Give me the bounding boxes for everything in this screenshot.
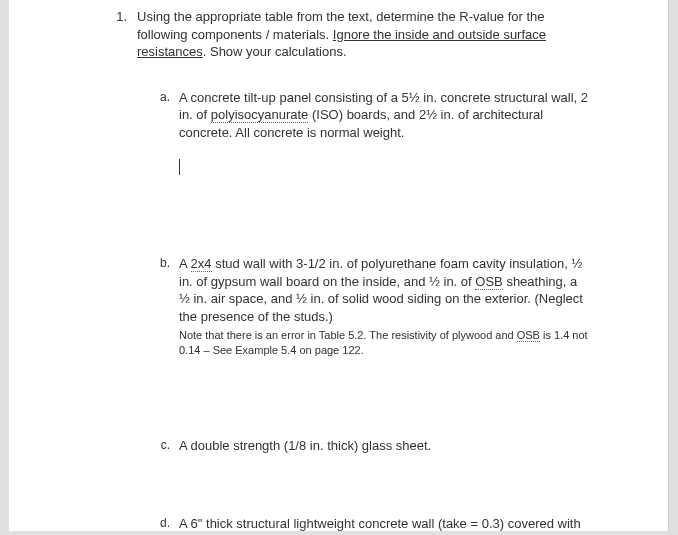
- question-block: 1. Using the appropriate table from the …: [109, 8, 588, 535]
- item-b-note1: Note that there is an error in Table 5.2…: [179, 329, 517, 341]
- item-b-term2: OSB: [475, 274, 502, 290]
- sub-item-b: b. A 2x4 stud wall with 3-1/2 in. of pol…: [157, 255, 588, 357]
- sub-item-d: d. A 6" thick structural lightweight con…: [157, 515, 588, 535]
- sub-label-b: b.: [157, 255, 179, 357]
- question-number: 1.: [109, 8, 137, 535]
- text-cursor-icon: [179, 159, 180, 175]
- item-b-term1: 2x4: [191, 256, 212, 272]
- question-body: Using the appropriate table from the tex…: [137, 8, 588, 535]
- question-intro-tail: . Show your calculations.: [203, 44, 347, 59]
- sub-label-a: a.: [157, 89, 179, 176]
- item-b-note: Note that there is an error in Table 5.2…: [179, 328, 588, 357]
- sub-label-c: c.: [157, 437, 179, 455]
- sub-content-a: A concrete tilt-up panel consisting of a…: [179, 89, 588, 176]
- item-b-part1: A: [179, 256, 191, 271]
- sub-items: a. A concrete tilt-up panel consisting o…: [137, 89, 588, 535]
- document-page: 1. Using the appropriate table from the …: [9, 0, 669, 531]
- sub-label-d: d.: [157, 515, 179, 535]
- item-d-part1: A 6" thick structural lightweight concre…: [179, 516, 470, 531]
- sub-content-c: A double strength (1/8 in. thick) glass …: [179, 437, 588, 455]
- sub-content-b: A 2x4 stud wall with 3-1/2 in. of polyur…: [179, 255, 588, 357]
- sub-item-c: c. A double strength (1/8 in. thick) gla…: [157, 437, 588, 455]
- sub-content-d: A 6" thick structural lightweight concre…: [179, 515, 588, 535]
- sub-item-a: a. A concrete tilt-up panel consisting o…: [157, 89, 588, 176]
- item-b-note-term: OSB: [517, 329, 540, 342]
- item-c-text: A double strength (1/8 in. thick) glass …: [179, 438, 431, 453]
- item-a-term: polyisocyanurate: [211, 107, 309, 123]
